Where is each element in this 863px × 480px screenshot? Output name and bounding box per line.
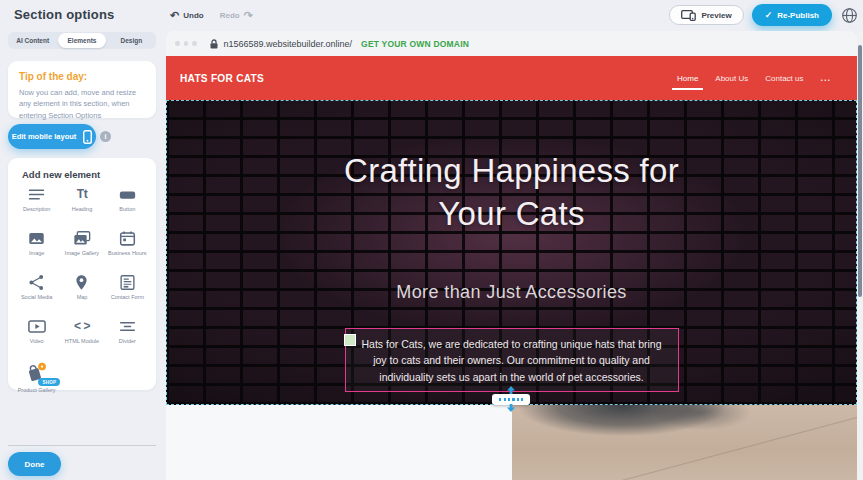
element-label: Image	[29, 250, 44, 257]
globe-icon	[841, 7, 858, 24]
undo-label: Undo	[183, 11, 203, 20]
edit-mobile-layout-button[interactable]: Edit mobile layout	[8, 124, 96, 149]
element-divider[interactable]: Divider	[105, 318, 150, 351]
hero-subtitle: More than Just Accessories	[166, 282, 857, 303]
element-label: Business Hours	[108, 250, 147, 257]
scrollbar-thumb[interactable]	[858, 45, 862, 297]
language-globe-button[interactable]	[840, 6, 858, 24]
element-label: Social Media	[21, 294, 53, 301]
edit-mobile-label: Edit mobile layout	[12, 132, 77, 141]
element-label: HTML Module	[65, 338, 99, 345]
element-drag-handle[interactable]	[344, 334, 356, 346]
heading-icon: Tt	[77, 186, 87, 203]
image-icon	[28, 230, 45, 247]
element-contact-form[interactable]: Contact Form	[105, 274, 150, 307]
republish-label: Re-Publish	[777, 11, 819, 20]
divider-icon	[119, 318, 136, 335]
resize-arrow-down-icon	[507, 404, 516, 412]
calendar-icon	[119, 230, 136, 247]
code-icon: < >	[74, 318, 90, 335]
element-video[interactable]: Video	[14, 318, 59, 351]
lock-wrap	[210, 39, 218, 49]
browser-dot	[175, 41, 180, 46]
hero-title-line2: Your Cats	[438, 195, 584, 232]
sidebar-tabs: AI Content Elements Design	[8, 32, 156, 49]
tab-elements[interactable]: Elements	[58, 33, 105, 48]
next-section-photo	[512, 405, 857, 480]
hero-title-line1: Crafting Happiness for	[344, 152, 679, 189]
form-icon	[119, 274, 136, 291]
add-new-element-panel: Add new element Description Tt Heading B…	[8, 158, 156, 390]
element-product-gallery[interactable]: SHOP Product Gallery	[14, 362, 59, 395]
element-grid: Description Tt Heading Button Image Imag…	[14, 186, 150, 395]
element-business-hours[interactable]: Business Hours	[105, 230, 150, 263]
redo-icon: ↷	[244, 10, 253, 21]
sidebar-divider	[8, 445, 156, 446]
done-button[interactable]: Done	[8, 452, 61, 476]
site-nav: Home About Us Contact us ...	[677, 56, 831, 100]
hero-description-text: Hats for Cats, we are dedicated to craft…	[354, 336, 670, 385]
site-header: HATS FOR CATS Home About Us Contact us .…	[166, 56, 857, 100]
website-builder-app: Section options ↶ Undo Redo ↷ Preview ✓ …	[0, 0, 863, 480]
nav-more-button[interactable]: ...	[820, 73, 831, 83]
shop-badge: SHOP	[38, 378, 60, 386]
tab-ai-content[interactable]: AI Content	[9, 33, 56, 48]
element-label: Contact Form	[111, 294, 144, 301]
button-icon	[119, 186, 136, 203]
tip-title: Tip of the day:	[19, 71, 145, 82]
nav-home[interactable]: Home	[677, 74, 698, 83]
next-section-blank	[166, 405, 512, 480]
element-label: Button	[119, 206, 135, 213]
site-preview-canvas: n1566589.websitebuilder.online/ GET YOUR…	[166, 31, 857, 480]
element-label: Video	[30, 338, 44, 345]
undo-button[interactable]: ↶ Undo	[170, 10, 204, 21]
toolbar-actions: Preview ✓ Re-Publish	[669, 0, 858, 30]
element-image-gallery[interactable]: Image Gallery	[59, 230, 104, 263]
tab-design[interactable]: Design	[108, 33, 155, 48]
element-html-module[interactable]: < > HTML Module	[59, 318, 104, 351]
section-resize-handle[interactable]	[492, 387, 530, 411]
undo-icon: ↶	[170, 10, 179, 21]
republish-button[interactable]: ✓ Re-Publish	[752, 4, 832, 26]
element-map[interactable]: Map	[59, 274, 104, 307]
preview-scrollbar[interactable]	[857, 31, 863, 480]
site-logo[interactable]: HATS FOR CATS	[180, 72, 264, 84]
done-label: Done	[25, 460, 45, 469]
element-heading[interactable]: Tt Heading	[59, 186, 104, 219]
nav-about-us[interactable]: About Us	[715, 74, 748, 83]
video-icon	[27, 318, 47, 335]
hero-title: Crafting Happiness for Your Cats	[166, 150, 857, 236]
preview-label: Preview	[701, 11, 731, 20]
element-label: Divider	[119, 338, 136, 345]
phone-icon	[83, 130, 92, 144]
map-pin-icon	[73, 274, 90, 291]
text-lines-icon	[28, 186, 45, 203]
grip-dots-icon	[499, 398, 523, 401]
hero-text-element-selected[interactable]: Hats for Cats, we are dedicated to craft…	[345, 328, 679, 392]
element-label: Heading	[72, 206, 93, 213]
element-label: Product Gallery	[18, 387, 56, 394]
element-description[interactable]: Description	[14, 186, 59, 219]
element-button[interactable]: Button	[105, 186, 150, 219]
hero-section[interactable]: Crafting Happiness for Your Cats More th…	[166, 100, 857, 405]
info-button[interactable]: i	[100, 131, 111, 142]
redo-label: Redo	[220, 11, 240, 20]
undo-redo-group: ↶ Undo Redo ↷	[170, 0, 253, 30]
lock-icon	[210, 39, 218, 49]
share-icon	[28, 274, 45, 291]
preview-button[interactable]: Preview	[669, 5, 743, 25]
browser-bar: n1566589.websitebuilder.online/ GET YOUR…	[166, 31, 857, 56]
page-title: Section options	[14, 7, 115, 22]
browser-dot	[192, 41, 197, 46]
element-image[interactable]: Image	[14, 230, 59, 263]
image-gallery-icon	[72, 230, 92, 247]
element-social-media[interactable]: Social Media	[14, 274, 59, 307]
info-icon: i	[105, 133, 107, 140]
redo-button[interactable]: Redo ↷	[220, 10, 253, 21]
browser-dot	[184, 41, 189, 46]
check-icon: ✓	[765, 10, 773, 20]
tip-body: Now you can add, move and resize any ele…	[19, 87, 145, 121]
browser-dots	[175, 41, 197, 46]
nav-contact-us[interactable]: Contact us	[765, 74, 803, 83]
get-own-domain-link[interactable]: GET YOUR OWN DOMAIN	[361, 39, 469, 49]
